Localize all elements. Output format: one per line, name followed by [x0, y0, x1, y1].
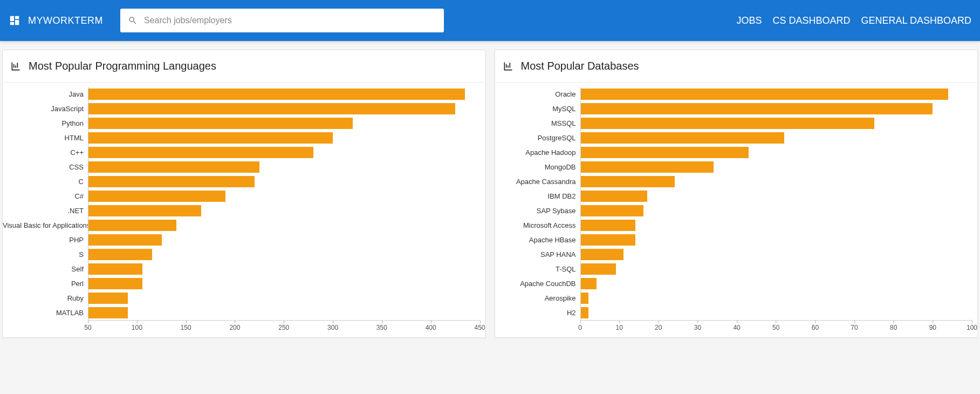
chart-bar-track	[88, 160, 480, 174]
chart-bar	[88, 147, 313, 158]
brand-label: MYWORKTERM	[28, 15, 103, 26]
chart-x-tick: 20	[655, 321, 662, 331]
chart-bar-track	[580, 101, 972, 116]
chart-bar-track	[580, 305, 972, 320]
chart-bar	[88, 161, 259, 173]
chart-bar-track	[88, 276, 480, 291]
chart-x-tick: 90	[929, 321, 936, 331]
chart-bar-track	[88, 218, 480, 233]
chart-x-tick: 300	[327, 321, 338, 331]
search-input[interactable]	[144, 16, 436, 25]
chart-bar	[88, 103, 455, 114]
chart-languages: JavaJavaScriptPythonHTMLC++CSSCC#.NETVis…	[3, 83, 485, 337]
chart-bar-row: Apache HBase	[495, 233, 972, 247]
chart-bar-label: SAP HANA	[495, 250, 580, 259]
chart-bar-row: SAP Sybase	[495, 203, 972, 218]
chart-x-tick: 50	[772, 321, 779, 331]
chart-bar-label: Aerospike	[495, 294, 580, 302]
chart-bar	[88, 278, 142, 289]
chart-bar	[88, 234, 162, 246]
chart-bar-track	[88, 203, 480, 218]
chart-bar-label: SAP Sybase	[495, 207, 580, 215]
chart-bar-row: Perl	[3, 276, 480, 291]
chart-bar-label: HTML	[3, 134, 88, 142]
chart-bar-track	[88, 189, 480, 203]
chart-bar	[581, 220, 636, 231]
topbar: MYWORKTERM JOBS CS DASHBOARD GENERAL DAS…	[0, 0, 980, 41]
chart-bar	[581, 161, 714, 173]
chart-bar-row: HTML	[3, 131, 480, 145]
chart-bar	[88, 249, 152, 260]
chart-bar-track	[580, 291, 972, 305]
chart-bar	[581, 132, 784, 144]
dashboard-logo-icon	[9, 15, 20, 26]
chart-bar-track	[580, 233, 972, 247]
chart-bar	[581, 249, 624, 260]
chart-x-tick: 70	[851, 321, 858, 331]
chart-x-tick: 100	[967, 321, 977, 331]
chart-bar-track	[88, 131, 480, 145]
nav-general-dashboard[interactable]: GENERAL DASHBOARD	[861, 15, 971, 26]
chart-bar-track	[580, 174, 972, 189]
card-header-databases: Most Popular Databases	[495, 50, 978, 83]
chart-bar-track	[88, 87, 480, 101]
chart-bar-label: PostgreSQL	[495, 134, 580, 142]
content: Most Popular Programming Languages JavaJ…	[0, 41, 980, 340]
chart-bar-label: MSSQL	[495, 119, 580, 127]
chart-x-tick: 50	[84, 321, 91, 331]
nav-jobs[interactable]: JOBS	[737, 15, 762, 26]
card-header-languages: Most Popular Programming Languages	[3, 50, 485, 83]
chart-bar-label: H2	[495, 309, 580, 317]
chart-bar-label: Microsoft Access	[495, 221, 580, 229]
chart-bar-label: Perl	[3, 280, 88, 288]
chart-bar-row: MySQL	[495, 101, 972, 116]
chart-bar-track	[88, 291, 480, 305]
chart-x-tick: 80	[890, 321, 897, 331]
chart-bar	[88, 132, 333, 144]
nav-links: JOBS CS DASHBOARD GENERAL DASHBOARD	[737, 15, 971, 26]
chart-bar	[88, 176, 255, 187]
chart-bar-track	[580, 87, 972, 101]
chart-bar-track	[88, 116, 480, 131]
chart-x-tick: 40	[733, 321, 740, 331]
chart-bar	[88, 293, 128, 304]
chart-bar-row: .NET	[3, 203, 480, 218]
chart-bar	[581, 103, 933, 114]
chart-bar-track	[580, 218, 972, 233]
chart-bar-row: Apache CouchDB	[495, 276, 972, 291]
chart-bar-track	[580, 189, 972, 203]
chart-bar-row: Java	[3, 87, 480, 101]
nav-cs-dashboard[interactable]: CS DASHBOARD	[773, 15, 851, 26]
chart-bar	[581, 176, 675, 187]
chart-bar-row: C	[3, 174, 480, 189]
chart-bar-track	[580, 145, 972, 160]
chart-bar-label: MATLAB	[3, 309, 88, 317]
chart-bar	[581, 234, 636, 246]
chart-x-tick: 60	[812, 321, 819, 331]
chart-bar-label: S	[3, 250, 88, 259]
chart-bar	[581, 89, 949, 100]
chart-bar-label: CSS	[3, 163, 88, 171]
chart-bar-label: C	[3, 178, 88, 186]
chart-bar-row: JavaScript	[3, 101, 480, 116]
chart-x-tick: 450	[474, 321, 485, 331]
chart-bar	[581, 205, 643, 216]
chart-x-tick: 250	[278, 321, 289, 331]
chart-bar	[581, 147, 749, 158]
search-icon	[128, 16, 138, 25]
chart-bar-label: Oracle	[495, 90, 580, 98]
chart-bar-label: Python	[3, 119, 88, 127]
chart-bar	[581, 191, 647, 202]
chart-bar-row: PHP	[3, 233, 480, 247]
chart-x-tick: 400	[426, 321, 436, 331]
chart-bar-track	[580, 247, 972, 262]
chart-x-tick: 350	[376, 321, 387, 331]
chart-x-tick: 200	[229, 321, 240, 331]
search-container[interactable]	[120, 9, 444, 32]
chart-bar	[581, 263, 616, 275]
chart-bar	[88, 191, 225, 202]
chart-bar	[581, 278, 597, 289]
chart-bar-label: Self	[3, 265, 88, 273]
chart-bar-track	[88, 145, 480, 160]
chart-x-tick: 100	[132, 321, 142, 331]
